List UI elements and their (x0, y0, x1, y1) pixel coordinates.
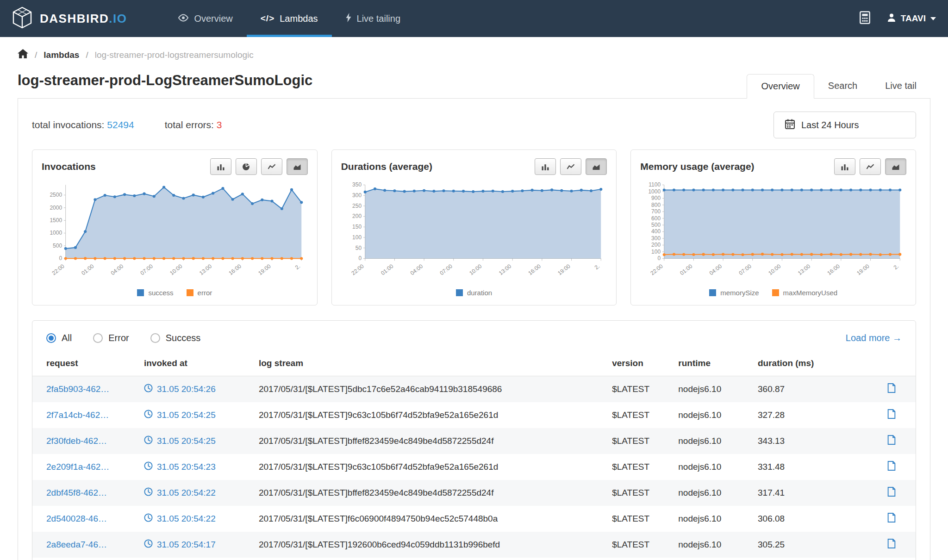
svg-text:13:00: 13:00 (198, 263, 213, 277)
total-invocations-label: total invocations: (32, 119, 104, 130)
invoked-at-cell[interactable]: 31.05 20:54:25 (144, 436, 248, 447)
svg-text:400: 400 (651, 228, 661, 235)
date-range-label: Last 24 Hours (801, 120, 859, 131)
table-row: 2f30fdeb-462…31.05 20:54:252017/05/31/[$… (32, 428, 916, 454)
caret-down-icon (930, 17, 936, 20)
request-id-link[interactable]: 2f7a14cb-462… (46, 410, 109, 420)
table-row: 2dbf45f8-462…31.05 20:54:222017/05/31/[$… (32, 480, 916, 506)
col-header-version: version (606, 351, 673, 376)
radio-all[interactable] (46, 333, 56, 343)
chart-title-memory: Memory usage (average) (640, 161, 834, 172)
view-log-document-icon[interactable] (887, 409, 896, 419)
durations-legend: duration (341, 288, 607, 299)
svg-text:350: 350 (352, 181, 362, 188)
version-cell: $LATEST (606, 480, 673, 506)
load-more-link[interactable]: Load more → (846, 333, 902, 343)
svg-text:04:00: 04:00 (708, 263, 723, 277)
breadcrumb: / lambdas / log-streamer-prod-logstreame… (18, 37, 930, 70)
line-chart-icon[interactable] (560, 158, 581, 175)
invoked-at-cell[interactable]: 31.05 20:54:17 (144, 539, 248, 550)
user-menu[interactable]: TAAVI (887, 13, 936, 25)
request-id-link[interactable]: 2e209f1a-462… (46, 462, 109, 472)
table-row: 2e209f1a-462…31.05 20:54:232017/05/31/[$… (32, 454, 916, 480)
view-log-document-icon[interactable] (887, 539, 896, 548)
svg-text:19:00: 19:00 (257, 263, 272, 277)
version-cell: $LATEST (606, 506, 673, 532)
tab-live-tail[interactable]: Live tail (871, 74, 930, 98)
lightning-bolt-icon (346, 13, 352, 25)
view-tabs: Overview Search Live tail (747, 74, 930, 98)
svg-text:13:00: 13:00 (797, 263, 811, 277)
total-errors-label: total errors: (165, 119, 214, 130)
request-id-link[interactable]: 2d540028-46… (46, 514, 107, 523)
line-chart-icon[interactable] (860, 158, 881, 175)
log-stream-cell: 2017/05/31/[$LATEST]9c63c105b6f74d52bfa9… (253, 402, 606, 428)
request-id-link[interactable]: 2f30fdeb-462… (46, 436, 107, 446)
view-log-document-icon[interactable] (887, 435, 896, 445)
invoked-at-cell[interactable]: 31.05 20:54:22 (144, 513, 248, 524)
nav-item-lambdas[interactable]: </> Lambdas (247, 0, 332, 37)
home-icon[interactable] (18, 49, 28, 61)
nav-label: Live tailing (357, 13, 401, 24)
nav-label: Lambdas (280, 13, 318, 24)
svg-text:01:00: 01:00 (679, 263, 693, 277)
svg-text:1000: 1000 (649, 188, 661, 195)
invoked-at-cell[interactable]: 31.05 20:54:26 (144, 384, 248, 395)
invoked-at-text: 31.05 20:54:25 (157, 410, 216, 420)
log-stream-cell: 2017/05/31/[$LATEST]9c63c105b6f74d52bfa9… (253, 454, 606, 480)
invocations-chart-card: Invocations 0500100015002000250022:0001:… (32, 149, 318, 305)
breadcrumb-lambdas[interactable]: lambdas (44, 50, 79, 60)
bar-chart-icon[interactable] (535, 158, 556, 175)
clock-icon (144, 410, 153, 421)
area-chart-icon[interactable] (287, 158, 308, 175)
calendar-icon (785, 119, 795, 131)
brand-logo[interactable]: DASHBIRD.IO (12, 0, 127, 37)
col-header-actions (867, 351, 916, 376)
total-invocations-value: 52494 (107, 119, 134, 130)
radio-success[interactable] (150, 333, 160, 343)
runtime-cell: nodejs6.10 (673, 454, 752, 480)
svg-text:2.: 2. (593, 263, 600, 271)
radio-error[interactable] (93, 333, 103, 343)
svg-text:07:00: 07:00 (738, 263, 753, 277)
chart-type-buttons (834, 158, 906, 175)
top-navbar: DASHBIRD.IO Overview </> Lambdas Live ta… (0, 0, 948, 37)
legend-swatch-memorysize (709, 289, 716, 296)
area-chart-icon[interactable] (885, 158, 906, 175)
calculator-icon[interactable] (860, 11, 870, 26)
view-log-document-icon[interactable] (887, 487, 896, 497)
invoked-at-cell[interactable]: 31.05 20:54:23 (144, 461, 248, 473)
date-range-button[interactable]: Last 24 Hours (773, 112, 916, 138)
pie-chart-icon[interactable] (236, 158, 257, 175)
version-cell: $LATEST (606, 532, 673, 558)
invoked-at-cell[interactable]: 31.05 20:54:25 (144, 410, 248, 421)
log-stream-cell: 2017/05/31/[$LATEST]5dbc17c6e52a46cab941… (253, 376, 606, 402)
tab-search[interactable]: Search (814, 74, 871, 98)
area-chart-icon[interactable] (586, 158, 607, 175)
col-header-log-stream: log stream (253, 351, 606, 376)
person-icon (887, 13, 896, 25)
tab-overview[interactable]: Overview (747, 74, 814, 99)
log-stream-cell: 2017/05/31/[$LATEST]bffef823459e4c849be4… (253, 558, 606, 560)
view-log-document-icon[interactable] (887, 383, 896, 393)
request-id-link[interactable]: 2dbf45f8-462… (46, 488, 107, 498)
svg-text:200: 200 (352, 213, 362, 219)
chart-type-buttons (210, 158, 308, 175)
request-id-link[interactable]: 2a8eeda7-46… (46, 540, 107, 549)
view-log-document-icon[interactable] (887, 461, 896, 471)
filter-success[interactable]: Success (150, 333, 201, 343)
filter-error[interactable]: Error (93, 333, 129, 343)
runtime-cell: nodejs6.10 (673, 480, 752, 506)
svg-text:0: 0 (358, 255, 362, 261)
view-log-document-icon[interactable] (887, 513, 896, 523)
line-chart-icon[interactable] (261, 158, 282, 175)
table-row: 2a8eeda7-46…31.05 20:54:172017/05/31/[$L… (32, 532, 916, 558)
request-id-link[interactable]: 2fa5b903-462… (46, 384, 109, 394)
invoked-at-cell[interactable]: 31.05 20:54:22 (144, 487, 248, 498)
col-header-duration: duration (ms) (752, 351, 867, 376)
bar-chart-icon[interactable] (210, 158, 231, 175)
filter-all[interactable]: All (46, 333, 72, 343)
nav-item-live-tailing[interactable]: Live tailing (332, 0, 415, 37)
nav-item-overview[interactable]: Overview (164, 0, 246, 37)
bar-chart-icon[interactable] (834, 158, 855, 175)
